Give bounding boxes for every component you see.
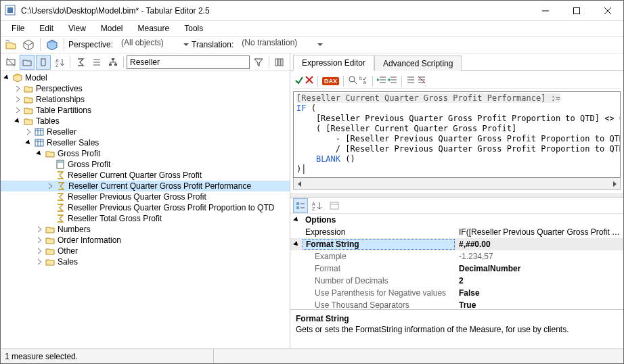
property-panel: AZ Options Expression IF([Reseller Previ… <box>290 197 623 348</box>
svg-line-43 <box>354 81 357 84</box>
content-area: AZ Model <box>1 53 623 348</box>
tree-node-measure[interactable]: Reseller Total Gross Profit <box>1 213 290 224</box>
folder-icon <box>23 116 34 127</box>
sort-alpha-icon[interactable]: AZ <box>309 198 324 213</box>
folder-icon <box>23 105 34 116</box>
tab-strip: Expression Editor Advanced Scripting <box>290 53 623 71</box>
tab-expression-editor[interactable]: Expression Editor <box>293 55 374 71</box>
accept-icon[interactable] <box>294 75 304 87</box>
translation-label: Translation: <box>192 40 236 49</box>
property-pages-icon[interactable] <box>327 198 342 213</box>
minimize-button[interactable] <box>530 1 561 21</box>
svg-text:A: A <box>55 58 59 63</box>
columns-layout-icon[interactable] <box>272 55 287 70</box>
table-icon <box>34 127 45 137</box>
tree-node-relationships[interactable]: Relationships <box>1 94 290 105</box>
tree-node-model[interactable]: Model <box>1 72 290 83</box>
outdent-icon[interactable] <box>388 76 397 86</box>
tree-node-measure[interactable]: Reseller Current Quarter Gross Profit <box>1 170 290 181</box>
cube-icon[interactable] <box>21 37 36 52</box>
dax-badge-icon[interactable]: DAX <box>322 77 339 85</box>
expression-code[interactable]: [Reseller Current Quarter Gross Profit P… <box>293 91 621 178</box>
editor-toolbar: DAX ba <box>293 74 621 89</box>
prop-row-expression[interactable]: Expression IF([Reseller Previous Quarter… <box>290 226 623 238</box>
list-icon[interactable] <box>89 55 104 70</box>
categorize-icon[interactable] <box>293 198 308 213</box>
menu-file[interactable]: File <box>5 22 31 35</box>
hidden-toggle-icon[interactable] <box>3 55 18 70</box>
sigma-icon[interactable] <box>73 55 88 70</box>
indent-icon[interactable] <box>377 76 386 86</box>
prop-row-example[interactable]: Example -1.234,57 <box>290 250 623 263</box>
svg-rect-26 <box>275 59 277 66</box>
tab-advanced-scripting[interactable]: Advanced Scripting <box>374 55 462 71</box>
folders-toggle-icon[interactable] <box>20 55 35 70</box>
scroll-right-icon[interactable] <box>608 179 620 189</box>
svg-rect-34 <box>35 139 43 146</box>
tree-node-gross-profit-folder[interactable]: Gross Profit <box>1 148 290 159</box>
hierarchy-icon[interactable] <box>106 55 120 70</box>
tree-node-sales[interactable]: Sales <box>1 256 290 267</box>
sigma-icon <box>55 213 66 224</box>
menu-view[interactable]: View <box>62 22 93 35</box>
tree-node-reseller[interactable]: Reseller <box>1 127 290 137</box>
editor-h-scrollbar[interactable] <box>293 178 621 190</box>
sigma-icon <box>55 170 66 181</box>
prop-row-thousand[interactable]: Use Thousand Separators True <box>290 299 623 309</box>
sort-alpha-icon[interactable]: AZ <box>52 55 67 70</box>
tree-node-reseller-sales[interactable]: Reseller Sales <box>1 137 290 148</box>
svg-text:Z: Z <box>55 63 59 67</box>
find-icon[interactable] <box>348 75 357 87</box>
svg-rect-28 <box>281 59 283 66</box>
prop-row-format-string[interactable]: Format String #,##0.00 <box>290 238 623 250</box>
replace-icon[interactable]: ba <box>359 75 368 87</box>
comment-icon[interactable] <box>406 76 416 86</box>
svg-rect-30 <box>35 129 43 135</box>
filter-icon[interactable] <box>251 55 266 70</box>
model-tree[interactable]: Model Perspectives Relationships Table P… <box>1 71 290 348</box>
menu-edit[interactable]: Edit <box>32 22 60 35</box>
tree-node-measure[interactable]: Reseller Previous Quarter Gross Profit <box>1 191 290 202</box>
columns-toggle-icon[interactable] <box>36 55 51 70</box>
property-grid[interactable]: Options Expression IF([Reseller Previous… <box>290 214 623 309</box>
prop-row-decimals[interactable]: Number of Decimals 2 <box>290 275 623 287</box>
close-button[interactable] <box>592 1 623 21</box>
svg-rect-18 <box>112 58 114 60</box>
svg-marker-25 <box>254 59 263 66</box>
deploy-icon[interactable] <box>45 37 60 52</box>
main-window: C:\Users\do\Desktop\Model.bim* - Tabular… <box>0 0 624 364</box>
svg-rect-60 <box>296 206 299 209</box>
translation-combo[interactable]: (No translation) <box>239 38 327 51</box>
right-panel: Expression Editor Advanced Scripting DAX… <box>290 53 623 348</box>
tree-node-table-partitions[interactable]: Table Partitions <box>1 105 290 116</box>
open-icon[interactable] <box>3 37 18 52</box>
svg-rect-39 <box>58 161 63 163</box>
tree-node-other[interactable]: Other <box>1 246 290 256</box>
search-input[interactable] <box>127 55 250 69</box>
prop-category-options[interactable]: Options <box>290 214 623 226</box>
scroll-left-icon[interactable] <box>294 179 305 189</box>
prop-row-format[interactable]: Format DecimalNumber <box>290 263 623 275</box>
maximize-button[interactable] <box>561 1 592 21</box>
calc-icon <box>55 159 66 170</box>
svg-marker-6 <box>24 40 33 45</box>
tree-node-order-info[interactable]: Order Information <box>1 235 290 246</box>
cancel-icon[interactable] <box>305 76 313 86</box>
tree-node-perspectives[interactable]: Perspectives <box>1 83 290 94</box>
menu-tools[interactable]: Tools <box>177 22 210 35</box>
perspective-combo[interactable]: (All objects) <box>118 38 193 51</box>
tree-node-measure[interactable]: Gross Profit <box>1 159 290 170</box>
svg-rect-11 <box>41 59 45 66</box>
uncomment-icon[interactable] <box>417 76 426 86</box>
menu-measure[interactable]: Measure <box>131 22 177 35</box>
folder-icon <box>45 246 55 256</box>
main-toolbar: Perspective: (All objects) Translation: … <box>1 36 623 53</box>
tree-node-measure[interactable]: Reseller Previous Quarter Gross Profit P… <box>1 202 290 213</box>
tree-node-measure[interactable]: Reseller Current Quarter Gross Profit Pe… <box>1 181 290 191</box>
status-bar: 1 measure selected. <box>1 348 623 363</box>
menu-model[interactable]: Model <box>94 22 130 35</box>
property-description-header: Format String <box>296 314 618 323</box>
prop-row-parenthesis[interactable]: Use Parenthesis for Negative values Fals… <box>290 287 623 299</box>
tree-node-numbers[interactable]: Numbers <box>1 224 290 235</box>
tree-node-tables[interactable]: Tables <box>1 116 290 127</box>
